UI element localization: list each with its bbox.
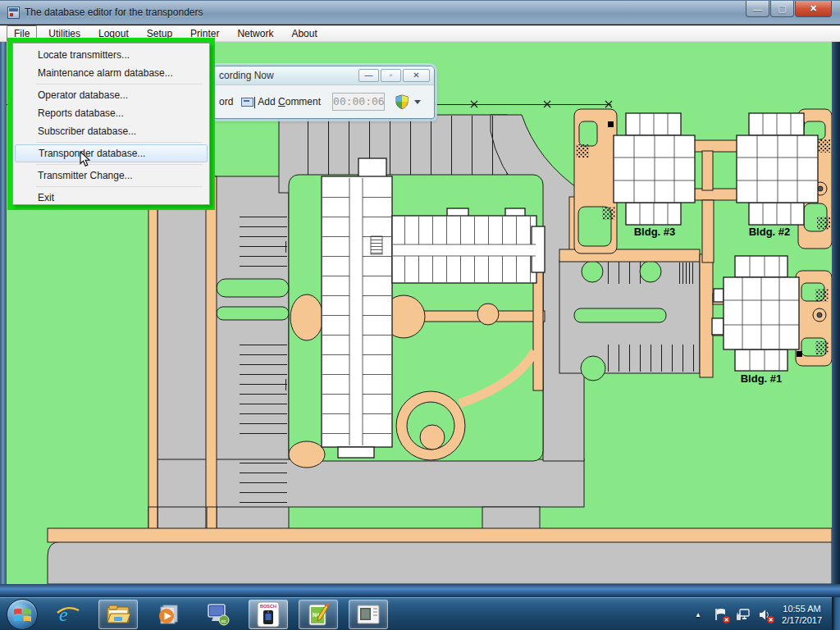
- window-border-bottom: [0, 584, 840, 597]
- mouse-cursor: [80, 151, 91, 167]
- taskbar-remote-viewer[interactable]: sc: [199, 600, 238, 629]
- taskbar-image-viewer[interactable]: [349, 600, 388, 629]
- recording-timer-field[interactable]: 00:00:06: [332, 93, 385, 111]
- taskbar: e: [0, 597, 840, 630]
- svg-text:sc: sc: [221, 619, 226, 623]
- window-border-left: [0, 41, 7, 584]
- stairs: [371, 236, 382, 254]
- recording-dropdown-caret[interactable]: [414, 100, 421, 104]
- taskbar-media-player[interactable]: [148, 600, 188, 629]
- recording-toolbar: ord Add Comment 00:00:06: [212, 85, 434, 118]
- desktop: Bldg. #3 Bldg. #2 Bldg. #1 The database …: [0, 0, 840, 630]
- close-button[interactable]: ✕: [795, 1, 832, 17]
- add-comment-button[interactable]: Add Comment: [258, 96, 321, 107]
- menu-about[interactable]: About: [285, 26, 323, 41]
- menu-item-transponder-db[interactable]: Transponder database...: [15, 144, 208, 162]
- bldg2-label: Bldg. #2: [749, 226, 791, 238]
- bosch-label: BOSCH: [260, 604, 276, 609]
- bottom-road: [48, 541, 832, 584]
- file-menu-dropdown: Locate transmitters... Maintenance alarm…: [12, 43, 210, 205]
- bottom-walkway: [48, 528, 832, 542]
- taskbar-notepad-editor[interactable]: N++: [299, 600, 338, 629]
- handicap-mark: [679, 262, 693, 284]
- menu-separator: [36, 142, 203, 143]
- clock-date: 2/17/2017: [782, 614, 822, 626]
- menu-item-exit[interactable]: Exit: [15, 189, 208, 207]
- error-badge: ✕: [723, 616, 730, 623]
- menu-separator: [36, 84, 203, 84]
- recording-restore-button[interactable]: ▫: [381, 69, 401, 82]
- menu-item-subscriber-db[interactable]: Subscriber database...: [15, 122, 208, 140]
- taskbar-internet-explorer[interactable]: e: [48, 600, 88, 629]
- volume-muted-icon[interactable]: ✕: [757, 607, 772, 622]
- menu-loqout[interactable]: Loqout: [92, 26, 135, 41]
- action-center-flag-icon[interactable]: ✕: [713, 607, 728, 622]
- notepad-editor-icon: N++: [307, 602, 330, 627]
- menu-item-reports-db[interactable]: Reports database...: [15, 104, 208, 122]
- menu-item-transmitter-change[interactable]: Transmitter Change...: [15, 167, 208, 185]
- taskbar-clock[interactable]: 10:55 AM 2/17/2017: [782, 603, 822, 626]
- record-button-label[interactable]: ord: [219, 96, 233, 107]
- svg-text:e: e: [59, 604, 68, 625]
- window-border-right: [832, 41, 840, 584]
- internet-explorer-icon: e: [56, 603, 80, 626]
- uac-shield-icon[interactable]: [395, 94, 409, 109]
- title-bar: The database editor for the transponders…: [0, 0, 840, 25]
- minimize-button[interactable]: —: [746, 1, 769, 17]
- recording-close-button[interactable]: ✕: [403, 69, 430, 82]
- recording-title: cording Now: [219, 70, 274, 81]
- menu-item-locate-transmitters[interactable]: Locate transmitters...: [15, 46, 208, 64]
- app-icon: [7, 7, 20, 19]
- system-tray: ▲ ✕ ✕ 10:55 AM 2/17/2017: [683, 598, 832, 630]
- folder-icon: [106, 604, 130, 625]
- menu-file[interactable]: File: [7, 25, 37, 42]
- recording-minimize-button[interactable]: —: [358, 69, 379, 82]
- start-button[interactable]: [7, 599, 38, 630]
- muted-badge: ✕: [767, 616, 774, 623]
- recording-title-bar: cording Now — ▫ ✕: [212, 66, 434, 85]
- menu-separator: [36, 186, 203, 187]
- maximize-button[interactable]: ▢: [770, 1, 794, 17]
- menu-printer[interactable]: Printer: [184, 26, 226, 41]
- add-comment-icon: [241, 98, 253, 107]
- menu-item-maintenance-alarm-db[interactable]: Maintenance alarm database...: [15, 64, 208, 82]
- window-title: The database editor for the transponders: [25, 7, 203, 18]
- bosch-app-icon: BOSCH: [257, 601, 280, 628]
- network-status-icon[interactable]: [735, 607, 750, 622]
- menu-setup[interactable]: Setup: [140, 26, 179, 41]
- media-player-icon: [157, 603, 180, 626]
- bldg3-label: Bldg. #3: [634, 226, 676, 238]
- menu-separator: [36, 164, 203, 165]
- computer-icon: sc: [206, 603, 231, 626]
- taskbar-bosch-app[interactable]: BOSCH: [249, 600, 288, 629]
- taskbar-windows-explorer[interactable]: [98, 600, 138, 629]
- menu-network[interactable]: Network: [231, 26, 280, 41]
- windows-flag-icon: [14, 607, 31, 623]
- menu-utilities[interactable]: Utilities: [42, 26, 87, 41]
- clock-time: 10:55 AM: [782, 603, 822, 614]
- image-viewer-icon: [356, 604, 381, 625]
- menu-item-operator-db[interactable]: Operator database...: [15, 86, 208, 104]
- recording-window: cording Now — ▫ ✕ ord Add Comment 00:00:…: [212, 66, 435, 119]
- bldg1-label: Bldg. #1: [741, 372, 783, 385]
- menu-bar: File Utilities Loqout Setup Printer Netw…: [0, 25, 840, 42]
- hidden-icons-button[interactable]: ▲: [691, 607, 705, 622]
- show-desktop-button[interactable]: [832, 597, 840, 630]
